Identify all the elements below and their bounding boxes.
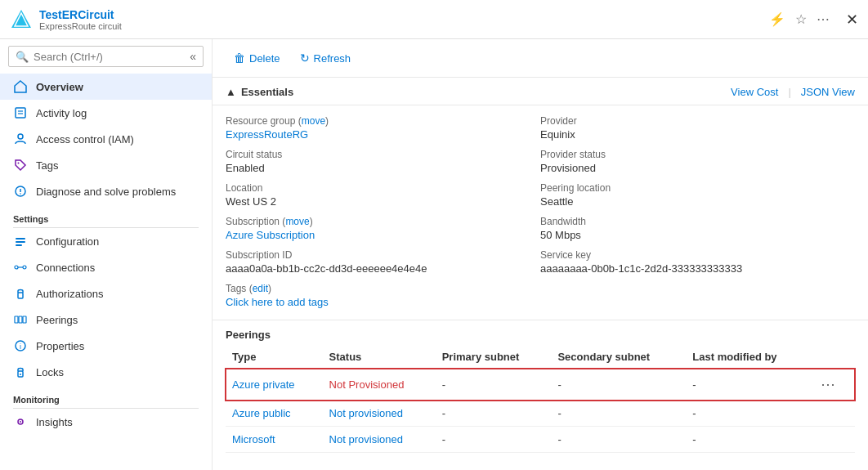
svg-point-24 [20,374,21,375]
essentials-chevron[interactable]: ▲ [226,86,236,98]
subscription-id-value: aaaa0a0a-bb1b-cc2c-dd3d-eeeeee4e4e4e [226,262,540,275]
sidebar-label-access-control: Access control (IAM) [36,133,134,145]
sidebar-label-tags: Tags [36,159,58,172]
essentials-item-circuit-status: Circuit status Enabled [226,145,540,179]
service-key-value: aaaaaaaa-0b0b-1c1c-2d2d-333333333333 [540,262,855,275]
row-more-button-0[interactable]: ⋯ [817,375,839,393]
essentials-item-service-key: Service key aaaaaaaa-0b0b-1c1c-2d2d-3333… [540,246,855,280]
sidebar-item-authorizations[interactable]: Authorizations [0,280,212,307]
configuration-icon [13,234,28,248]
essentials-item-peering-location: Peering location Seattle [540,179,855,213]
delete-label: Delete [249,52,280,65]
peering-lastmod-azure-private: - [686,369,811,401]
svg-point-10 [20,193,21,195]
sidebar-item-configuration[interactable]: Configuration [0,228,212,254]
connections-icon [13,260,28,275]
edit-tags-link[interactable]: edit [253,283,268,294]
refresh-icon: ↻ [300,51,310,65]
sidebar-item-diagnose[interactable]: Diagnose and solve problems [0,178,212,204]
refresh-label: Refresh [314,52,351,65]
provider-value: Equinix [540,128,855,141]
tags-icon [13,158,28,172]
table-row: Azure private Not Provisioned - - - ⋯ [226,369,855,401]
view-cost-link[interactable]: View Cost [731,86,778,98]
sidebar-label-insights: Insights [36,416,73,428]
essentials-item-subscription-id: Subscription ID aaaa0a0a-bb1b-cc2c-dd3d-… [226,246,540,280]
svg-point-14 [15,266,18,269]
peering-lastmod-microsoft: - [686,427,811,453]
essentials-item-location: Location West US 2 [226,179,540,213]
refresh-button[interactable]: ↻ Refresh [292,47,360,69]
json-view-link[interactable]: JSON View [801,86,855,98]
sidebar-item-properties[interactable]: i Properties [0,333,212,359]
sidebar-label-locks: Locks [36,366,64,378]
azure-private-link[interactable]: Azure private [232,378,295,391]
properties-icon: i [13,338,28,353]
more-icon[interactable]: ⋯ [817,11,830,27]
sidebar-item-activity-log[interactable]: Activity log [0,100,212,126]
azure-public-link[interactable]: Azure public [232,407,291,419]
collapse-icon[interactable]: « [190,50,196,63]
overview-icon [13,79,28,94]
move-link-sub[interactable]: move [285,216,309,227]
peering-primary-azure-public: - [436,401,552,427]
bandwidth-value: 50 Mbps [540,229,855,241]
search-icon: 🔍 [16,51,29,63]
sidebar-item-access-control[interactable]: Access control (IAM) [0,126,212,152]
delete-icon: 🗑 [234,51,245,65]
svg-rect-11 [16,238,25,239]
essentials-title-text: Essentials [241,86,293,98]
sidebar-item-peerings[interactable]: Peerings [0,307,212,333]
pin-icon[interactable]: ⚡ [769,11,785,27]
search-input[interactable] [34,51,190,63]
star-icon[interactable]: ☆ [795,11,807,27]
essentials-item-bandwidth: Bandwidth 50 Mbps [540,213,855,246]
add-tags-link[interactable]: Click here to add tags [226,296,329,308]
sidebar-label-peerings: Peerings [36,314,78,326]
resource-group-link[interactable]: ExpressRouteRG [226,128,308,141]
peerings-section-header: Peerings [213,320,868,346]
essentials-item-provider: Provider Equinix [540,112,855,145]
peering-primary-microsoft: - [436,427,552,453]
move-link-rg[interactable]: move [302,115,325,127]
essentials-item-subscription: Subscription (move) Azure Subscription [226,213,540,246]
peering-type-azure-public: Azure public [226,401,323,427]
peering-secondary-azure-public: - [551,401,686,427]
peering-primary-azure-private: - [436,369,552,401]
diagnose-icon [13,184,28,199]
table-row: Azure public Not provisioned - - - [226,401,855,427]
svg-rect-12 [16,241,25,243]
microsoft-link[interactable]: Microsoft [232,433,275,445]
delete-button[interactable]: 🗑 Delete [226,47,289,69]
sidebar-label-activity-log: Activity log [36,107,87,119]
locks-icon [13,365,28,379]
col-status: Status [323,346,436,369]
sidebar-item-tags[interactable]: Tags [0,152,212,178]
svg-point-7 [18,163,20,164]
peering-lastmod-azure-public: - [686,401,811,427]
svg-text:i: i [20,342,21,351]
sidebar-item-connections[interactable]: Connections [0,254,212,280]
sidebar-item-locks[interactable]: Locks [0,359,212,385]
title-bar: TestERCircuit ExpressRoute circuit ⚡ ☆ ⋯… [0,0,868,39]
sidebar-item-overview[interactable]: Overview [0,74,212,100]
resource-title: TestERCircuit [39,8,769,21]
peerings-table: Type Status Primary subnet Secondary sub… [226,346,855,453]
svg-point-26 [20,421,21,423]
sidebar-label-properties: Properties [36,340,84,352]
search-box[interactable]: 🔍 « [8,46,204,67]
svg-rect-18 [15,316,18,323]
peering-location-value: Seattle [540,195,855,208]
peering-type-azure-private: Azure private [226,369,323,401]
essentials-item-tags: Tags (edit) Click here to add tags [226,280,540,313]
sidebar-item-insights[interactable]: Insights [0,409,212,435]
peering-secondary-microsoft: - [551,427,686,453]
main-content: 🗑 Delete ↻ Refresh ▲ Essentials View Cos… [213,39,868,470]
table-header-row: Type Status Primary subnet Secondary sub… [226,346,855,369]
close-button[interactable]: ✕ [846,11,858,29]
essentials-grid: Resource group (move) ExpressRouteRG Pro… [213,105,868,320]
insights-icon [13,414,28,429]
sidebar-label-authorizations: Authorizations [36,288,103,300]
subscription-link[interactable]: Azure Subscription [226,229,315,241]
col-type: Type [226,346,323,369]
